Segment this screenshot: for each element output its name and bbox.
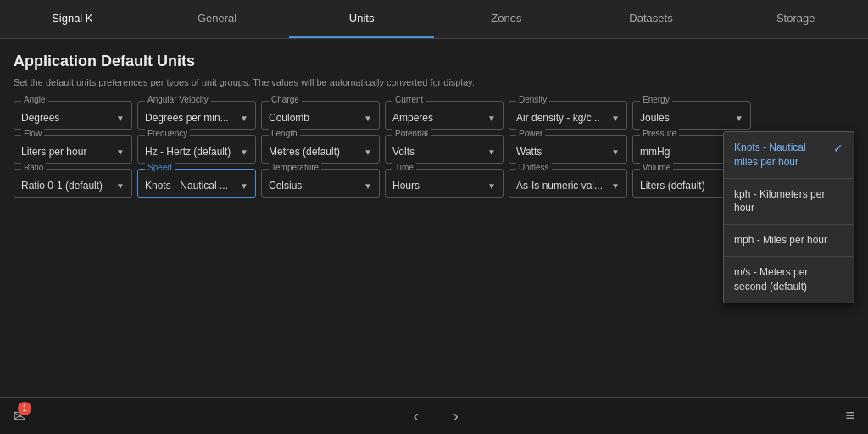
dropdown-arrow-flow: ▼ <box>116 147 125 157</box>
nav-item-datasets[interactable]: Datasets <box>579 0 724 38</box>
email-badge: 1 <box>18 402 31 415</box>
unit-label-current: Current <box>392 95 426 104</box>
unit-value-current: Amperes <box>392 112 433 124</box>
dropdown-arrow-energy: ▼ <box>735 114 743 123</box>
unit-label-frequency: Frequency <box>145 129 190 138</box>
unit-group-ratio[interactable]: RatioRatio 0-1 (default)▼ <box>14 169 132 198</box>
dropdown-item-0[interactable]: Knots - Nautical miles per hour✓ <box>724 132 854 178</box>
unit-value-potential: Volts <box>392 146 415 158</box>
top-navigation: Signal KGeneralUnitsZonesDatasetsStorage <box>0 0 868 39</box>
dropdown-arrow-unitless: ▼ <box>611 181 620 191</box>
unit-group-angular-velocity[interactable]: Angular VelocityDegrees per min...▼ <box>137 101 256 130</box>
unit-group-energy[interactable]: EnergyJoules▼ <box>632 101 751 130</box>
unit-value-time: Hours <box>392 180 420 192</box>
unit-group-length[interactable]: LengthMetres (default)▼ <box>261 135 380 164</box>
unit-group-density[interactable]: DensityAir density - kg/c...▼ <box>509 101 627 130</box>
unit-label-density: Density <box>516 95 549 104</box>
dropdown-arrow-ratio: ▼ <box>116 181 125 191</box>
unit-value-energy: Joules <box>640 112 670 124</box>
page-title: Application Default Units <box>14 53 854 70</box>
unit-value-temperature: Celsius <box>269 180 302 192</box>
nav-item-storage[interactable]: Storage <box>723 0 868 38</box>
unit-group-frequency[interactable]: FrequencyHz - Hertz (default)▼ <box>137 135 256 164</box>
unit-value-volume: Liters (default) <box>640 180 705 192</box>
unit-label-speed: Speed <box>145 163 175 172</box>
dropdown-arrow-density: ▼ <box>611 114 620 123</box>
unit-label-power: Power <box>516 129 545 138</box>
unit-select-power[interactable]: Watts▼ <box>516 142 620 158</box>
unit-select-temperature[interactable]: Celsius▼ <box>269 176 372 192</box>
unit-select-density[interactable]: Air density - kg/c...▼ <box>516 108 620 124</box>
unit-select-speed[interactable]: Knots - Nautical ...▼ <box>145 176 248 192</box>
unit-label-angle: Angle <box>21 95 48 104</box>
unit-label-temperature: Temperature <box>269 163 321 172</box>
unit-select-potential[interactable]: Volts▼ <box>392 142 496 158</box>
unit-select-angle[interactable]: Degrees▼ <box>21 108 125 124</box>
unit-value-angle: Degrees <box>21 112 59 124</box>
nav-item-signal-k[interactable]: Signal K <box>0 0 145 38</box>
unit-label-pressure: Pressure <box>640 129 679 138</box>
dropdown-arrow-speed: ▼ <box>240 181 248 191</box>
unit-label-length: Length <box>269 129 300 138</box>
bottom-bar: ✉ 1 ‹ › ≡ <box>0 397 868 434</box>
unit-label-time: Time <box>392 163 416 172</box>
unit-value-charge: Coulomb <box>269 112 309 124</box>
unit-label-volume: Volume <box>640 163 673 172</box>
unit-select-energy[interactable]: Joules▼ <box>640 108 743 124</box>
unit-select-angular-velocity[interactable]: Degrees per min...▼ <box>145 108 248 124</box>
nav-item-units[interactable]: Units <box>289 0 434 38</box>
unit-select-time[interactable]: Hours▼ <box>392 176 496 192</box>
unit-group-time[interactable]: TimeHours▼ <box>385 169 504 198</box>
next-arrow[interactable]: › <box>453 406 459 426</box>
dropdown-arrow-power: ▼ <box>611 147 620 157</box>
dropdown-item-3[interactable]: m/s - Meters per second (default) <box>724 257 854 303</box>
unit-group-temperature[interactable]: TemperatureCelsius▼ <box>261 169 380 198</box>
dropdown-item-label-3: m/s - Meters per second (default) <box>734 265 843 294</box>
unit-value-unitless: As-Is numeric val... <box>516 180 603 192</box>
unit-group-flow[interactable]: FlowLiters per hour▼ <box>14 135 132 164</box>
unit-group-power[interactable]: PowerWatts▼ <box>509 135 627 164</box>
unit-value-angular-velocity: Degrees per min... <box>145 112 229 124</box>
dropdown-check-icon-0: ✓ <box>833 141 843 158</box>
unit-label-ratio: Ratio <box>21 163 46 172</box>
dropdown-arrow-angle: ▼ <box>116 114 125 123</box>
dropdown-item-label-0: Knots - Nautical miles per hour <box>734 141 828 170</box>
unit-label-potential: Potential <box>392 129 431 138</box>
unit-value-power: Watts <box>516 146 542 158</box>
menu-icon[interactable]: ≡ <box>845 407 854 425</box>
unit-select-charge[interactable]: Coulomb▼ <box>269 108 372 124</box>
unit-value-length: Metres (default) <box>269 146 340 158</box>
unit-select-length[interactable]: Metres (default)▼ <box>269 142 372 158</box>
unit-group-current[interactable]: CurrentAmperes▼ <box>385 101 504 130</box>
dropdown-item-2[interactable]: mph - Miles per hour <box>724 225 854 256</box>
unit-select-ratio[interactable]: Ratio 0-1 (default)▼ <box>21 176 125 192</box>
unit-group-charge[interactable]: ChargeCoulomb▼ <box>261 101 380 130</box>
unit-value-ratio: Ratio 0-1 (default) <box>21 180 103 192</box>
dropdown-arrow-potential: ▼ <box>487 147 496 157</box>
bottom-nav-center: ‹ › <box>414 406 459 426</box>
unit-group-angle[interactable]: AngleDegrees▼ <box>14 101 132 130</box>
unit-value-pressure: mmHg <box>640 146 670 158</box>
nav-item-zones[interactable]: Zones <box>434 0 579 38</box>
unit-value-frequency: Hz - Hertz (default) <box>145 146 231 158</box>
prev-arrow[interactable]: ‹ <box>414 406 420 426</box>
unit-select-unitless[interactable]: As-Is numeric val...▼ <box>516 176 620 192</box>
nav-item-general[interactable]: General <box>145 0 290 38</box>
email-icon[interactable]: ✉ 1 <box>14 407 26 426</box>
dropdown-arrow-angular-velocity: ▼ <box>240 114 248 123</box>
dropdown-arrow-length: ▼ <box>364 147 372 157</box>
unit-select-current[interactable]: Amperes▼ <box>392 108 496 124</box>
unit-group-unitless[interactable]: UnitlessAs-Is numeric val...▼ <box>509 169 627 198</box>
unit-group-speed[interactable]: SpeedKnots - Nautical ...▼ <box>137 169 256 198</box>
unit-label-flow: Flow <box>21 129 44 138</box>
unit-group-potential[interactable]: PotentialVolts▼ <box>385 135 504 164</box>
dropdown-item-label-2: mph - Miles per hour <box>734 233 827 248</box>
unit-value-density: Air density - kg/c... <box>516 112 600 124</box>
dropdown-arrow-current: ▼ <box>487 114 496 123</box>
unit-select-flow[interactable]: Liters per hour▼ <box>21 142 125 158</box>
dropdown-item-1[interactable]: kph - Kilometers per hour <box>724 179 854 225</box>
dropdown-arrow-temperature: ▼ <box>364 181 372 191</box>
unit-value-speed: Knots - Nautical ... <box>145 180 228 192</box>
unit-select-frequency[interactable]: Hz - Hertz (default)▼ <box>145 142 248 158</box>
page-description: Set the default units preferences per ty… <box>14 77 854 87</box>
